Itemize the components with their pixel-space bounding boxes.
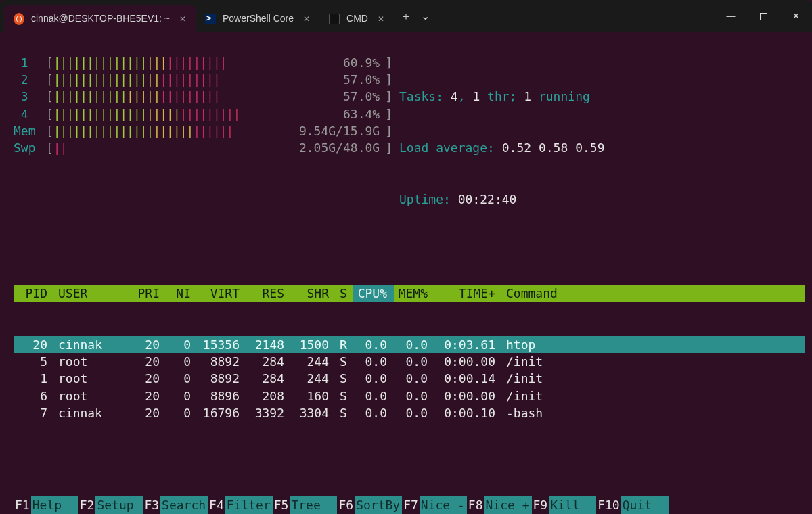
meter-value: 2.05G/48.0G (260, 139, 385, 156)
cell: 0.0 (353, 336, 394, 353)
column-header-command[interactable]: Command (502, 285, 803, 302)
tab-powershell[interactable]: PowerShell Core ✕ (196, 5, 319, 32)
tab-cmd[interactable]: CMD ✕ (319, 5, 394, 32)
table-header[interactable]: PIDUSERPRINIVIRTRESSHRSCPU%MEM%TIME+Comm… (14, 285, 805, 302)
cell: 8892 (198, 353, 246, 370)
cell: 1500 (291, 336, 336, 353)
fkey-label-F6[interactable]: SortBy (355, 496, 402, 514)
meter-label: 2 (14, 71, 46, 88)
column-header-ni[interactable]: NI (166, 285, 198, 302)
cpu-meters-column: 1 [||||||||||||||||||||||||||60.9%] 2 [|… (14, 54, 392, 241)
table-row[interactable]: 20cinnak2001535621481500R0.00.00:03.61ht… (14, 336, 805, 353)
close-icon[interactable]: ✕ (179, 14, 186, 25)
meter-label: 3 (14, 88, 46, 105)
cell: 8892 (198, 370, 246, 387)
meter-bars: |||||||||||||||||||||||||||| (53, 106, 260, 122)
fkey-label-F4[interactable]: Filter (225, 496, 273, 514)
close-icon[interactable]: ✕ (378, 14, 384, 25)
cell: 284 (246, 370, 291, 387)
cell: 5 (16, 353, 54, 370)
meter-bracket-open: [ (46, 88, 53, 105)
column-header-s[interactable]: S (336, 285, 353, 302)
meter-bars: |||||||||||||||||||||||||| (53, 54, 260, 71)
fkey-label-F2[interactable]: Setup (95, 496, 143, 514)
meter-bracket-open: [ (46, 122, 53, 139)
ubuntu-icon (14, 14, 24, 24)
cell: 0:00.14 (434, 370, 502, 387)
cell: 3392 (246, 404, 291, 421)
minimize-button[interactable]: — (715, 0, 747, 32)
cell: /init (502, 388, 803, 404)
cell: 0.0 (394, 404, 434, 421)
cell: cinnak (54, 336, 129, 353)
terminal-viewport[interactable]: 1 [||||||||||||||||||||||||||60.9%] 2 [|… (0, 32, 812, 514)
table-row[interactable]: 7cinnak2001679633923304S0.00.00:00.10-ba… (14, 404, 805, 421)
meter-4: 4 [||||||||||||||||||||||||||||63.4%] (14, 106, 392, 122)
meter-bracket-close: ] (385, 106, 392, 122)
fkey-F2: F2 (78, 496, 96, 514)
fkey-F4: F4 (208, 496, 225, 514)
tab-label: cinnak@DESKTOP-BHE5EV1: ~ (31, 12, 170, 26)
cell: 3304 (291, 404, 336, 421)
cell: 208 (246, 388, 291, 404)
meter-label: Swp (14, 139, 46, 156)
table-row[interactable]: 1root2008892284244S0.00.00:00.14/init (14, 370, 805, 387)
fkey-F5: F5 (273, 496, 290, 514)
htop-meters: 1 [||||||||||||||||||||||||||60.9%] 2 [|… (14, 54, 805, 241)
function-key-bar: F1Help F2Setup F3SearchF4FilterF5Tree F6… (14, 496, 805, 514)
cell: 15356 (198, 336, 246, 353)
meter-bracket-close: ] (385, 88, 392, 105)
uptime-line: Uptime: 00:22:40 (399, 191, 805, 208)
cell: root (54, 353, 129, 370)
fkey-label-F7[interactable]: Nice - (420, 496, 467, 514)
maximize-button[interactable] (747, 0, 780, 32)
column-header-virt[interactable]: VIRT (198, 285, 246, 302)
fkey-label-F3[interactable]: Search (160, 496, 208, 514)
column-header-time[interactable]: TIME+ (434, 285, 502, 302)
tab-dropdown-button[interactable]: ⌄ (421, 11, 430, 22)
meter-label: 4 (14, 106, 46, 122)
cell: 0:00.00 (434, 388, 502, 404)
column-header-shr[interactable]: SHR (291, 285, 336, 302)
fkey-F9: F9 (532, 496, 549, 514)
cell: 0.0 (353, 404, 394, 421)
fkey-label-F9[interactable]: Kill (549, 496, 596, 514)
table-row[interactable]: 5root2008892284244S0.00.00:00.00/init (14, 353, 805, 370)
meter-value: 57.0% (260, 88, 385, 105)
cell: 0 (166, 336, 198, 353)
fkey-label-F8[interactable]: Nice + (484, 496, 532, 514)
cell: 0.0 (394, 336, 434, 353)
close-window-button[interactable]: ✕ (780, 0, 812, 32)
cell: /init (502, 370, 803, 387)
system-info: Tasks: 4, 1 thr; 1 running Load average:… (399, 54, 805, 241)
cell: 8896 (198, 388, 246, 404)
table-row[interactable]: 6root2008896208160S0.00.00:00.00/init (14, 388, 805, 404)
tab-ubuntu[interactable]: cinnak@DESKTOP-BHE5EV1: ~ ✕ (4, 5, 196, 32)
column-header-cpu[interactable]: CPU% (353, 285, 394, 302)
tab-label: PowerShell Core (223, 12, 294, 26)
column-header-user[interactable]: USER (54, 285, 129, 302)
cell: 0 (166, 370, 198, 387)
column-header-pid[interactable]: PID (16, 285, 54, 302)
fkey-label-F10[interactable]: Quit (621, 496, 669, 514)
meter-bars: ||||||||||||||||||||||||| (53, 88, 260, 105)
column-header-mem[interactable]: MEM% (394, 285, 434, 302)
meter-bracket-close: ] (385, 139, 392, 156)
cell: 7 (16, 404, 54, 421)
powershell-icon (205, 14, 216, 24)
fkey-label-F1[interactable]: Help (31, 496, 78, 514)
cell: 20 (129, 336, 166, 353)
window-tab-strip: cinnak@DESKTOP-BHE5EV1: ~ ✕ PowerShell C… (0, 0, 812, 32)
meter-2: 2 [|||||||||||||||||||||||||57.0%] (14, 71, 392, 88)
cell: S (336, 404, 353, 421)
close-icon[interactable]: ✕ (303, 14, 310, 25)
fkey-label-F5[interactable]: Tree (290, 496, 337, 514)
fkey-F1: F1 (14, 496, 31, 514)
new-tab-button[interactable]: ＋ (401, 11, 411, 22)
column-header-pri[interactable]: PRI (129, 285, 166, 302)
fkey-F8: F8 (467, 496, 484, 514)
column-header-res[interactable]: RES (246, 285, 291, 302)
cell: 0:00.00 (434, 353, 502, 370)
tasks-line: Tasks: 4, 1 thr; 1 running (399, 88, 805, 105)
cell: 0.0 (394, 353, 434, 370)
